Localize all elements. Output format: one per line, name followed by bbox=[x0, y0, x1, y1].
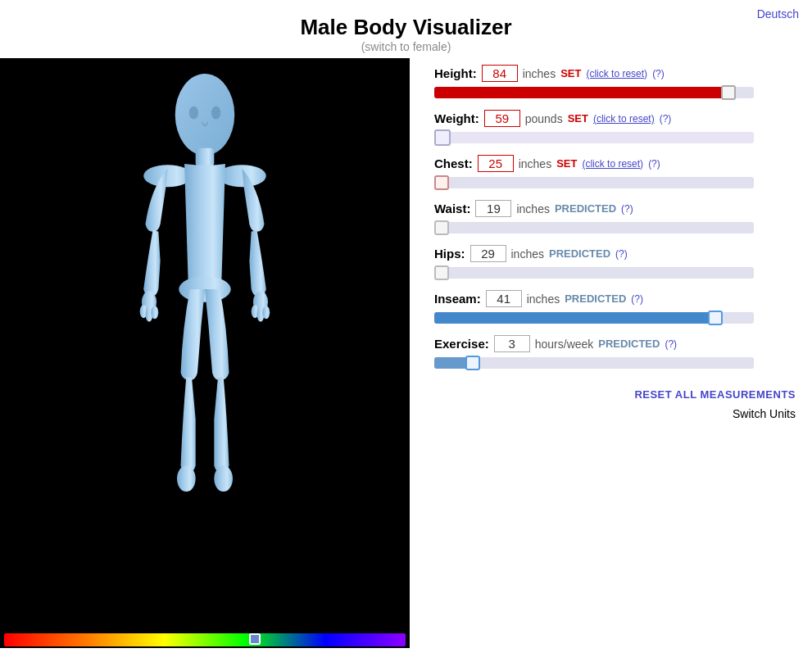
exercise-control: Exercise: hours/week PREDICTED (?) bbox=[434, 335, 796, 369]
main-content: Height: inches SET (click to reset) (?) … bbox=[0, 58, 812, 648]
body-viewer bbox=[0, 58, 410, 648]
language-link[interactable]: Deutsch bbox=[757, 7, 799, 20]
hips-unit: inches bbox=[511, 247, 544, 261]
hips-status: PREDICTED bbox=[549, 247, 610, 260]
inseam-slider-thumb[interactable] bbox=[708, 311, 723, 325]
height-slider-fill bbox=[434, 87, 728, 98]
weight-unit: pounds bbox=[525, 112, 563, 125]
waist-unit: inches bbox=[516, 202, 549, 215]
chest-input[interactable] bbox=[478, 155, 514, 172]
body-figure bbox=[0, 58, 410, 632]
controls-panel: Height: inches SET (click to reset) (?) … bbox=[410, 58, 812, 648]
chest-unit: inches bbox=[519, 157, 551, 170]
waist-label: Waist: bbox=[434, 202, 470, 215]
svg-rect-1 bbox=[196, 148, 215, 167]
color-bar[interactable] bbox=[4, 633, 406, 646]
chest-help-link[interactable]: (?) bbox=[648, 158, 660, 170]
weight-input[interactable] bbox=[484, 110, 520, 127]
bottom-buttons: RESET ALL MEASUREMENTS Switch Units bbox=[434, 388, 796, 420]
weight-control: Weight: pounds SET (click to reset) (?) bbox=[434, 110, 796, 143]
hips-help-link[interactable]: (?) bbox=[615, 248, 628, 260]
weight-status: SET bbox=[568, 112, 588, 125]
hips-label: Hips: bbox=[434, 247, 465, 261]
weight-slider-thumb[interactable] bbox=[434, 129, 451, 146]
height-slider-thumb[interactable] bbox=[721, 85, 736, 100]
chest-status: SET bbox=[556, 157, 577, 170]
chest-label: Chest: bbox=[434, 156, 473, 170]
height-reset-link[interactable]: (click to reset) bbox=[586, 68, 647, 79]
svg-point-0 bbox=[175, 74, 235, 156]
exercise-slider[interactable] bbox=[434, 357, 754, 369]
body-svg bbox=[66, 66, 344, 623]
hips-control: Hips: inches PREDICTED (?) bbox=[434, 245, 796, 279]
inseam-control: Inseam: inches PREDICTED (?) bbox=[434, 290, 796, 324]
chest-control: Chest: inches SET (click to reset) (?) bbox=[434, 155, 796, 188]
page-header: Male Body Visualizer (switch to female) bbox=[0, 0, 812, 53]
chest-reset-link[interactable]: (click to reset) bbox=[582, 158, 643, 170]
svg-point-11 bbox=[262, 306, 270, 319]
exercise-slider-thumb[interactable] bbox=[465, 356, 480, 370]
weight-reset-link[interactable]: (click to reset) bbox=[593, 113, 655, 125]
svg-point-16 bbox=[211, 107, 220, 120]
inseam-status: PREDICTED bbox=[565, 292, 626, 305]
svg-point-13 bbox=[177, 465, 196, 492]
height-unit: inches bbox=[523, 67, 556, 80]
inseam-help-link[interactable]: (?) bbox=[631, 293, 643, 305]
inseam-input[interactable] bbox=[486, 290, 522, 307]
inseam-slider-fill bbox=[434, 312, 715, 324]
switch-units-button[interactable]: Switch Units bbox=[733, 407, 796, 420]
height-slider[interactable] bbox=[434, 87, 754, 98]
waist-slider[interactable] bbox=[434, 222, 754, 233]
exercise-label: Exercise: bbox=[434, 337, 489, 351]
hips-slider[interactable] bbox=[434, 267, 754, 279]
waist-slider-thumb[interactable] bbox=[434, 220, 449, 235]
svg-point-15 bbox=[189, 107, 198, 120]
waist-help-link[interactable]: (?) bbox=[621, 203, 633, 215]
exercise-help-link[interactable]: (?) bbox=[665, 338, 677, 350]
waist-input[interactable] bbox=[475, 200, 511, 217]
page-title: Male Body Visualizer bbox=[0, 15, 812, 40]
reset-all-button[interactable]: RESET ALL MEASUREMENTS bbox=[634, 388, 796, 401]
weight-label: Weight: bbox=[434, 111, 479, 125]
switch-to-female-link[interactable]: (switch to female) bbox=[361, 40, 451, 53]
chest-slider[interactable] bbox=[434, 177, 754, 188]
inseam-slider[interactable] bbox=[434, 312, 754, 324]
weight-slider[interactable] bbox=[434, 132, 754, 143]
height-status: SET bbox=[560, 67, 581, 79]
exercise-input[interactable] bbox=[494, 335, 530, 352]
height-control: Height: inches SET (click to reset) (?) bbox=[434, 65, 796, 98]
inseam-label: Inseam: bbox=[434, 292, 481, 306]
svg-point-7 bbox=[151, 306, 158, 319]
height-input[interactable] bbox=[482, 65, 518, 82]
waist-status: PREDICTED bbox=[555, 202, 616, 215]
chest-slider-thumb[interactable] bbox=[434, 175, 449, 190]
height-label: Height: bbox=[434, 66, 477, 80]
hips-slider-thumb[interactable] bbox=[434, 265, 449, 280]
exercise-unit: hours/week bbox=[535, 338, 594, 351]
exercise-status: PREDICTED bbox=[598, 338, 660, 350]
waist-control: Waist: inches PREDICTED (?) bbox=[434, 200, 796, 233]
svg-point-14 bbox=[214, 465, 233, 492]
hips-input[interactable] bbox=[470, 245, 506, 262]
color-bar-container bbox=[0, 632, 410, 648]
inseam-unit: inches bbox=[527, 292, 560, 306]
color-bar-thumb[interactable] bbox=[249, 633, 261, 645]
weight-help-link[interactable]: (?) bbox=[660, 113, 672, 125]
height-help-link[interactable]: (?) bbox=[652, 68, 665, 79]
